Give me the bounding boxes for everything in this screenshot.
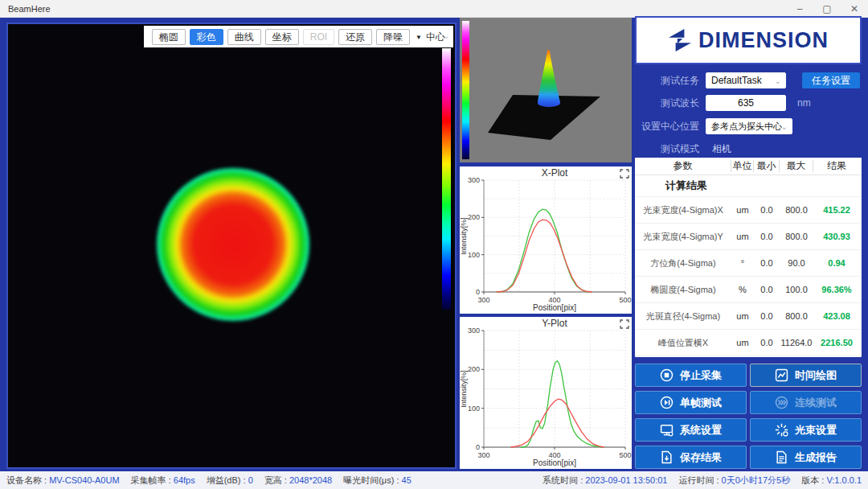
action-label: 光束设置 bbox=[795, 423, 837, 438]
task-value: DefaultTask bbox=[711, 75, 762, 86]
table-row[interactable]: 光束宽度(4-Sigma)Y um 0.0 800.0 430.93 bbox=[635, 224, 862, 250]
stop-icon bbox=[660, 368, 674, 382]
status-label: 版本 : bbox=[801, 475, 826, 485]
param-min: 0.0 bbox=[754, 258, 780, 268]
y-plot-panel[interactable]: 3004005000100200300Y-PlotPosition[pix]In… bbox=[460, 317, 632, 469]
action-label: 单帧测试 bbox=[680, 396, 722, 410]
param-min: 0.0 bbox=[754, 338, 780, 347]
svg-text:0: 0 bbox=[476, 288, 480, 296]
status-label: 增益(dB) : bbox=[207, 475, 248, 485]
svg-text:0: 0 bbox=[476, 443, 480, 451]
minimize-button[interactable]: – bbox=[786, 0, 813, 18]
test-mode-value: 相机 bbox=[712, 142, 731, 156]
beam-toolbar: 椭圆 彩色 曲线 坐标 ROI 还原 降噪 中心 bbox=[144, 26, 453, 47]
statusbar-system-info: 系统时间 : 2023-09-01 13:50:01 运行时间 : 0天0小时1… bbox=[542, 475, 862, 487]
beam-icon bbox=[775, 423, 788, 437]
report-icon bbox=[775, 450, 788, 464]
param-min: 0.0 bbox=[754, 311, 780, 321]
svg-text:Position[pix]: Position[pix] bbox=[533, 458, 576, 467]
forward-icon bbox=[775, 396, 788, 409]
action-save-button[interactable]: 保存结果 bbox=[635, 446, 747, 469]
task-select[interactable]: DefaultTask ⌄ bbox=[706, 72, 786, 88]
action-forward-button[interactable]: 连续测试 bbox=[750, 391, 862, 414]
status-item: 宽高 : 2048*2048 bbox=[264, 475, 332, 487]
param-unit: ° bbox=[731, 258, 754, 268]
toolbar-button-6[interactable]: 还原 bbox=[338, 29, 372, 45]
table-header: 参数 单位 最小 最大 结果 bbox=[635, 158, 862, 175]
param-name: 方位角(4-Sigma) bbox=[635, 257, 731, 269]
monitor-icon bbox=[660, 423, 674, 437]
toolbar-button-7[interactable]: 降噪 bbox=[376, 29, 410, 45]
action-beam-button[interactable]: 光束设置 bbox=[750, 418, 862, 442]
wavelength-input[interactable]: 635 bbox=[706, 95, 786, 111]
window-controls: – ▢ ✕ bbox=[786, 0, 868, 18]
action-report-button[interactable]: 生成报告 bbox=[750, 446, 862, 469]
table-row[interactable]: 光束宽度(4-Sigma)X um 0.0 800.0 415.22 bbox=[635, 197, 862, 224]
task-settings-button[interactable]: 任务设置 bbox=[802, 72, 860, 88]
save-icon bbox=[660, 450, 674, 464]
header-param: 参数 bbox=[635, 160, 731, 172]
status-value: 2048*2048 bbox=[289, 475, 332, 485]
status-label: 设备名称 : bbox=[6, 475, 49, 485]
play-icon bbox=[660, 396, 674, 409]
status-value: 0天0小时17分5秒 bbox=[722, 475, 791, 485]
status-value: 64fps bbox=[174, 475, 195, 485]
status-item: 增益(dB) : 0 bbox=[207, 475, 253, 487]
svg-text:100: 100 bbox=[468, 251, 480, 259]
toolbar-expand-chevron-icon[interactable]: ⌄ bbox=[443, 31, 450, 41]
table-row[interactable]: 椭圆度(4-Sigma) % 0.0 100.0 96.36% bbox=[635, 277, 862, 303]
status-item: 系统时间 : 2023-09-01 13:50:01 bbox=[542, 475, 667, 487]
header-unit: 单位 bbox=[731, 160, 754, 172]
param-result: 0.94 bbox=[813, 258, 860, 268]
param-max: 100.0 bbox=[780, 285, 813, 294]
action-stop-button[interactable]: 停止采集 bbox=[635, 364, 747, 387]
action-play-button[interactable]: 单帧测试 bbox=[635, 391, 747, 414]
expand-icon[interactable] bbox=[620, 170, 628, 178]
beam-3d-view[interactable] bbox=[460, 18, 632, 162]
status-item: 采集帧率 : 64fps bbox=[131, 475, 195, 487]
param-name: 峰值位置横X bbox=[635, 337, 731, 349]
action-label: 连续测试 bbox=[795, 396, 837, 410]
titlebar: BeamHere – ▢ ✕ bbox=[0, 0, 868, 18]
3d-colorbar bbox=[462, 21, 469, 159]
results-table: 参数 单位 最小 最大 结果 计算结果 光束宽度(4-Sigma)X um 0.… bbox=[635, 158, 862, 357]
table-row[interactable]: 光斑直径(4-Sigma) um 0.0 800.0 423.08 bbox=[635, 303, 862, 330]
brand-logo-text: DIMENSION bbox=[698, 28, 829, 53]
svg-text:100: 100 bbox=[468, 405, 480, 413]
table-row[interactable]: 方位角(4-Sigma) ° 0.0 90.0 0.94 bbox=[635, 250, 862, 277]
toolbar-button-5[interactable]: ROI bbox=[303, 29, 334, 45]
maximize-button[interactable]: ▢ bbox=[813, 0, 841, 18]
toolbar-button-1[interactable]: 椭圆 bbox=[152, 29, 186, 45]
status-item: 版本 : V:1.0.0.1 bbox=[801, 475, 862, 487]
center-position-value: 参考点为探头中心 bbox=[711, 121, 782, 133]
table-row[interactable]: 峰值位置横X um 0.0 11264.0 2216.50 bbox=[635, 330, 862, 356]
action-chart-button[interactable]: 时间绘图 bbox=[750, 364, 862, 387]
svg-text:300: 300 bbox=[477, 296, 489, 304]
toolbar-button-3[interactable]: 曲线 bbox=[227, 29, 261, 45]
toolbar-button-2[interactable]: 彩色 bbox=[190, 29, 223, 45]
header-min: 最小 bbox=[754, 160, 780, 172]
center-position-select[interactable]: 参考点为探头中心 ⌄ bbox=[706, 118, 792, 134]
statusbar-device-info: 设备名称 : MV-CS040-A0UM 采集帧率 : 64fps 增益(dB)… bbox=[6, 475, 411, 487]
status-label: 运行时间 : bbox=[678, 475, 721, 485]
status-item: 曝光时间(μs) : 45 bbox=[343, 475, 411, 487]
x-plot-panel[interactable]: 3004005000100200300X-PlotPosition[pix]In… bbox=[460, 166, 632, 314]
expand-icon[interactable] bbox=[620, 320, 628, 328]
svg-text:Y-Plot: Y-Plot bbox=[542, 318, 567, 329]
wavelength-unit: nm bbox=[797, 97, 811, 109]
app-title: BeamHere bbox=[8, 4, 51, 14]
svg-text:500: 500 bbox=[619, 296, 631, 304]
action-monitor-button[interactable]: 系统设置 bbox=[635, 418, 747, 442]
close-button[interactable]: ✕ bbox=[841, 0, 868, 18]
param-result: 96.36% bbox=[813, 285, 860, 294]
toolbar-button-4[interactable]: 坐标 bbox=[265, 29, 299, 45]
param-result: 423.08 bbox=[813, 311, 860, 321]
param-max: 800.0 bbox=[780, 311, 813, 321]
svg-text:X-Plot: X-Plot bbox=[542, 167, 568, 179]
action-label: 保存结果 bbox=[680, 450, 722, 465]
beam-image-panel[interactable]: 椭圆 彩色 曲线 坐标 ROI 还原 降噪 中心 ⌄ bbox=[6, 23, 457, 469]
svg-text:200: 200 bbox=[468, 213, 480, 221]
action-button-grid: 停止采集 时间绘图 单帧测试 连续测试 bbox=[635, 364, 862, 469]
param-name: 光束宽度(4-Sigma)X bbox=[635, 204, 731, 216]
main-area: 椭圆 彩色 曲线 坐标 ROI 还原 降噪 中心 ⌄ bbox=[0, 18, 868, 471]
